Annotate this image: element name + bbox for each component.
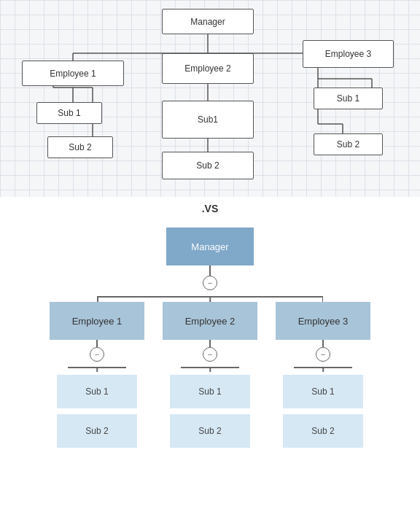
employees-row: Employee 1 − Sub 1 Sub 2 bbox=[0, 302, 420, 448]
emp2-box-wireframe: Employee 2 bbox=[162, 53, 254, 84]
org-chart: Manager − Employee 1 − bbox=[0, 220, 420, 448]
emp1-box: Employee 1 bbox=[50, 302, 144, 340]
emp3-sub1-wireframe: Sub 1 bbox=[314, 88, 383, 109]
emp3-box-wireframe: Employee 3 bbox=[303, 40, 394, 68]
emp2-collapse-icon[interactable]: − bbox=[203, 347, 217, 362]
emp2-sub1-wireframe: Sub1 bbox=[162, 101, 254, 139]
emp2-sub2: Sub 2 bbox=[170, 414, 250, 448]
emp3-sub1: Sub 1 bbox=[283, 375, 363, 408]
emp1-box-wireframe: Employee 1 bbox=[22, 61, 124, 86]
emp1-sub1: Sub 1 bbox=[57, 375, 137, 408]
emp2-sub2-wireframe: Sub 2 bbox=[162, 152, 254, 179]
emp1-sub2-wireframe: Sub 2 bbox=[47, 136, 113, 158]
emp3-subs: Sub 1 Sub 2 bbox=[283, 372, 363, 448]
employee-1-col: Employee 1 − Sub 1 Sub 2 bbox=[41, 302, 154, 448]
emp3-sub2-wireframe: Sub 2 bbox=[314, 133, 383, 155]
emp1-sub1-wireframe: Sub 1 bbox=[36, 102, 102, 124]
manager-box: Manager bbox=[166, 228, 254, 265]
emp3-collapse-icon[interactable]: − bbox=[316, 347, 330, 362]
emp1-collapse-icon[interactable]: − bbox=[90, 347, 104, 362]
emp1-subs: Sub 1 Sub 2 bbox=[57, 372, 137, 448]
emp2-sub1: Sub 1 bbox=[170, 375, 250, 408]
manager-box-wireframe: Manager bbox=[162, 9, 254, 34]
employee-2-col: Employee 2 − Sub 1 Sub 2 bbox=[154, 302, 267, 448]
manager-collapse-icon[interactable]: − bbox=[203, 276, 217, 290]
vs-label: .VS bbox=[0, 197, 420, 220]
emp3-box: Employee 3 bbox=[276, 302, 370, 340]
emp2-box: Employee 2 bbox=[163, 302, 257, 340]
employee-3-col: Employee 3 − Sub 1 Sub 2 bbox=[267, 302, 380, 448]
emp3-sub2: Sub 2 bbox=[283, 414, 363, 448]
top-diagram: Manager Employee 1 Sub 1 Sub 2 Employee … bbox=[0, 0, 420, 197]
emp1-sub2: Sub 2 bbox=[57, 414, 137, 448]
bottom-diagram: Manager − Employee 1 − bbox=[0, 220, 420, 455]
emp2-subs: Sub 1 Sub 2 bbox=[170, 372, 250, 448]
